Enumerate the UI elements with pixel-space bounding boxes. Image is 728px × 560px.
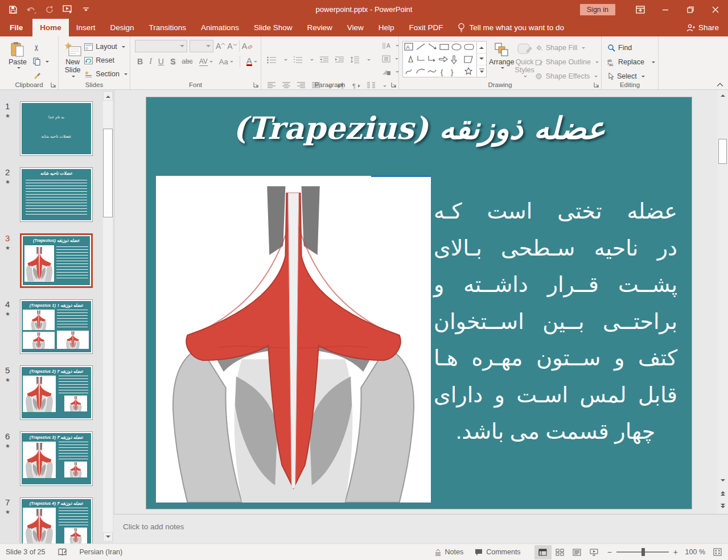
normal-view-button[interactable] bbox=[534, 545, 552, 559]
increase-indent-button[interactable] bbox=[335, 56, 344, 64]
section-button[interactable]: Section bbox=[84, 68, 127, 80]
save-icon[interactable] bbox=[8, 5, 18, 15]
slide-thumbnail-6[interactable]: 6★ عضله ذوزنقه ۳ (Trapezius 3) bbox=[20, 431, 93, 486]
cut-button[interactable]: ✂ bbox=[33, 42, 49, 53]
sign-in-button[interactable]: Sign in bbox=[580, 4, 615, 15]
clear-formatting-button[interactable]: A bbox=[242, 42, 253, 51]
spell-check-icon[interactable] bbox=[58, 548, 67, 557]
tab-transitions[interactable]: Transitions bbox=[142, 19, 194, 36]
underline-button[interactable]: U bbox=[158, 57, 164, 66]
scroll-down-icon[interactable] bbox=[103, 532, 113, 542]
notes-pane[interactable]: Click to add notes bbox=[114, 514, 728, 543]
slide-thumbnail-2[interactable]: 2★ عضلات ناحیه شانه bbox=[20, 167, 93, 222]
tab-insert[interactable]: Insert bbox=[69, 19, 103, 36]
format-painter-button[interactable] bbox=[33, 69, 49, 81]
line-spacing-button[interactable] bbox=[350, 56, 360, 64]
slide-sorter-view-button[interactable] bbox=[552, 545, 569, 559]
find-button[interactable]: Find bbox=[607, 42, 655, 53]
new-slide-button[interactable]: New Slide bbox=[61, 39, 84, 80]
comments-toggle-button[interactable]: Comments bbox=[469, 544, 526, 560]
previous-slide-button[interactable] bbox=[718, 488, 727, 499]
decrease-indent-button[interactable] bbox=[319, 56, 329, 64]
zoom-out-icon[interactable]: − bbox=[607, 547, 612, 557]
bullets-button[interactable] bbox=[267, 56, 277, 64]
character-spacing-button[interactable]: AV bbox=[199, 57, 213, 66]
arrange-dropdown-icon[interactable] bbox=[501, 67, 504, 71]
next-slide-button[interactable] bbox=[718, 501, 727, 511]
tab-foxit-pdf[interactable]: Foxit PDF bbox=[402, 19, 451, 36]
start-from-beginning-icon[interactable] bbox=[63, 5, 73, 15]
paste-button[interactable]: Paste bbox=[2, 39, 33, 80]
scroll-up-icon[interactable] bbox=[103, 91, 113, 101]
slide-title[interactable]: عضله ذوزنقه (Trapezius) bbox=[146, 110, 692, 146]
collapse-ribbon-icon[interactable] bbox=[717, 83, 723, 87]
paragraph-dialog-launcher-icon[interactable] bbox=[391, 82, 397, 88]
clipboard-dialog-launcher-icon[interactable] bbox=[51, 82, 56, 88]
italic-button[interactable]: I bbox=[149, 57, 152, 66]
replace-button[interactable]: abacReplace bbox=[607, 56, 655, 68]
bold-button[interactable]: B bbox=[137, 57, 143, 66]
editor-scrollbar[interactable] bbox=[717, 90, 728, 514]
ribbon-display-options-icon[interactable] bbox=[628, 0, 653, 19]
zoom-thumb[interactable] bbox=[641, 548, 645, 556]
tab-animations[interactable]: Animations bbox=[194, 19, 246, 36]
scroll-down-icon[interactable] bbox=[718, 476, 727, 486]
tab-slide-show[interactable]: Slide Show bbox=[246, 19, 300, 36]
minimize-button[interactable] bbox=[653, 0, 678, 19]
thumbnails-scrollbar[interactable] bbox=[103, 91, 113, 542]
scrollbar-thumb[interactable] bbox=[103, 129, 113, 217]
zoom-in-icon[interactable]: + bbox=[673, 547, 678, 557]
slide-thumbnail-1[interactable]: 1★ به نام خدا عضلات ناحیه شانه bbox=[20, 101, 93, 156]
font-color-button[interactable]: A bbox=[246, 57, 257, 67]
restore-button[interactable] bbox=[678, 0, 703, 19]
convert-smartart-button[interactable] bbox=[382, 66, 399, 77]
notes-toggle-button[interactable]: Notes bbox=[429, 544, 470, 560]
new-slide-dropdown-icon[interactable] bbox=[72, 76, 75, 79]
slide-thumbnail-7[interactable]: 7★ عضله ذوزنقه ۴ (Trapezius 4) bbox=[20, 497, 93, 543]
shapes-gallery-scroll[interactable] bbox=[476, 42, 486, 77]
text-direction-button[interactable]: A bbox=[382, 40, 399, 51]
slide-thumbnail-4[interactable]: 4★ عضله ذوزنقه ۱ (Trapezius 1) bbox=[20, 299, 93, 354]
shape-fill-button[interactable]: Shape Fill bbox=[535, 42, 599, 53]
trapezius-anatomy-image[interactable] bbox=[156, 176, 431, 503]
align-text-button[interactable] bbox=[382, 53, 399, 64]
slide-counter[interactable]: Slide 3 of 25 bbox=[6, 548, 46, 556]
select-button[interactable]: Select bbox=[607, 71, 655, 82]
share-button[interactable]: Share bbox=[677, 19, 728, 36]
slide-body-text[interactable]: عضله تختی است کـه در ناحیه سـطحی بـالای … bbox=[434, 193, 677, 450]
slide-canvas[interactable]: عضله ذوزنقه (Trapezius) عضله تختی است کـ… bbox=[146, 97, 692, 509]
drawing-dialog-launcher-icon[interactable] bbox=[594, 82, 599, 88]
reading-view-button[interactable] bbox=[569, 545, 586, 559]
scroll-up-icon[interactable] bbox=[718, 90, 727, 100]
fit-to-window-icon[interactable] bbox=[709, 545, 726, 559]
quick-styles-button[interactable]: Quick Styles bbox=[514, 39, 534, 80]
slide-thumbnail-3-selected[interactable]: 3★ عضله ذوزنقه (Trapezius) bbox=[20, 233, 93, 288]
shape-effects-button[interactable]: Shape Effects bbox=[535, 71, 599, 82]
tell-me-box[interactable]: Tell me what you want to do bbox=[451, 19, 571, 36]
shrink-font-button[interactable]: A bbox=[227, 42, 236, 51]
repeat-icon[interactable] bbox=[44, 5, 55, 15]
arrange-button[interactable]: Arrange bbox=[489, 39, 514, 80]
close-button[interactable] bbox=[703, 0, 728, 19]
shapes-gallery[interactable]: A { } bbox=[402, 41, 487, 77]
copy-button[interactable] bbox=[33, 56, 49, 67]
shape-outline-button[interactable]: Shape Outline bbox=[535, 56, 599, 68]
customize-qat-icon[interactable] bbox=[81, 5, 91, 15]
scrollbar-thumb[interactable] bbox=[718, 139, 727, 164]
reset-button[interactable]: Reset bbox=[84, 55, 127, 66]
zoom-percentage[interactable]: 100 % bbox=[682, 548, 709, 556]
paste-dropdown-icon[interactable] bbox=[17, 67, 20, 71]
font-dialog-launcher-icon[interactable] bbox=[253, 82, 259, 88]
font-size-combo[interactable] bbox=[190, 40, 213, 52]
slide-thumbnail-5[interactable]: 5★ عضله ذوزنقه ۲ (Trapezius 2) bbox=[20, 365, 93, 420]
zoom-track[interactable] bbox=[616, 551, 669, 553]
tab-review[interactable]: Review bbox=[299, 19, 339, 36]
text-shadow-button[interactable]: S bbox=[170, 57, 175, 66]
zoom-slider[interactable]: − + bbox=[603, 547, 682, 557]
tab-view[interactable]: View bbox=[340, 19, 371, 36]
change-case-button[interactable]: Aa bbox=[219, 57, 233, 66]
tab-design[interactable]: Design bbox=[103, 19, 142, 36]
tab-file[interactable]: File bbox=[0, 19, 32, 36]
slide-show-button[interactable] bbox=[586, 545, 603, 559]
language-indicator[interactable]: Persian (Iran) bbox=[80, 548, 123, 556]
